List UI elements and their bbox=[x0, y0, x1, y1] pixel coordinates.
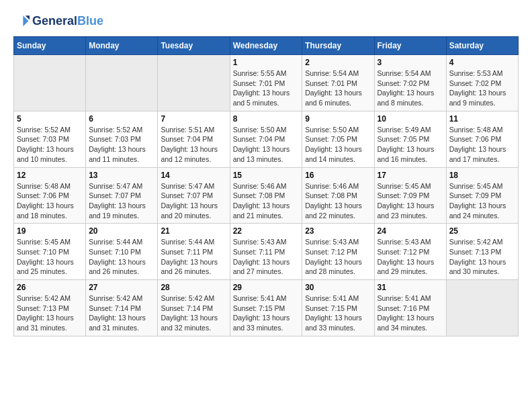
weekday-header: Tuesday bbox=[158, 37, 230, 55]
calendar-table: SundayMondayTuesdayWednesdayThursdayFrid… bbox=[13, 36, 519, 336]
day-number: 23 bbox=[305, 226, 371, 236]
day-number: 22 bbox=[233, 226, 300, 236]
day-number: 24 bbox=[378, 226, 443, 236]
day-info: Sunrise: 5:54 AM Sunset: 7:01 PM Dayligh… bbox=[305, 68, 371, 108]
day-number: 8 bbox=[233, 114, 300, 124]
day-number: 20 bbox=[89, 226, 154, 236]
calendar-cell: 10Sunrise: 5:49 AM Sunset: 7:05 PM Dayli… bbox=[374, 111, 446, 167]
calendar-cell bbox=[86, 55, 158, 111]
day-info: Sunrise: 5:42 AM Sunset: 7:14 PM Dayligh… bbox=[161, 293, 226, 333]
calendar-week: 1Sunrise: 5:55 AM Sunset: 7:01 PM Daylig… bbox=[14, 55, 519, 111]
day-number: 21 bbox=[161, 226, 226, 236]
calendar-cell: 22Sunrise: 5:43 AM Sunset: 7:11 PM Dayli… bbox=[230, 224, 302, 280]
calendar-cell: 12Sunrise: 5:48 AM Sunset: 7:06 PM Dayli… bbox=[14, 167, 86, 224]
day-info: Sunrise: 5:43 AM Sunset: 7:12 PM Dayligh… bbox=[378, 237, 443, 277]
day-info: Sunrise: 5:53 AM Sunset: 7:02 PM Dayligh… bbox=[449, 68, 515, 108]
calendar-cell: 14Sunrise: 5:47 AM Sunset: 7:07 PM Dayli… bbox=[158, 167, 230, 224]
weekday-header: Sunday bbox=[14, 37, 86, 55]
day-number: 16 bbox=[305, 171, 371, 180]
calendar-cell: 28Sunrise: 5:42 AM Sunset: 7:14 PM Dayli… bbox=[158, 280, 230, 336]
day-number: 10 bbox=[378, 114, 443, 124]
calendar-cell: 19Sunrise: 5:45 AM Sunset: 7:10 PM Dayli… bbox=[14, 224, 86, 280]
day-number: 3 bbox=[378, 58, 443, 67]
logo-text: GeneralBlue bbox=[32, 15, 103, 28]
day-number: 14 bbox=[161, 171, 226, 180]
day-number: 7 bbox=[161, 114, 226, 124]
day-number: 25 bbox=[449, 226, 515, 236]
day-info: Sunrise: 5:45 AM Sunset: 7:10 PM Dayligh… bbox=[17, 237, 83, 277]
day-number: 26 bbox=[17, 283, 83, 292]
day-number: 6 bbox=[89, 114, 154, 124]
logo: GeneralBlue bbox=[13, 13, 103, 30]
calendar-body: 1Sunrise: 5:55 AM Sunset: 7:01 PM Daylig… bbox=[14, 55, 519, 336]
day-number: 15 bbox=[233, 171, 300, 180]
calendar-cell bbox=[158, 55, 230, 111]
day-info: Sunrise: 5:42 AM Sunset: 7:13 PM Dayligh… bbox=[449, 237, 515, 277]
day-info: Sunrise: 5:51 AM Sunset: 7:04 PM Dayligh… bbox=[161, 125, 226, 165]
day-number: 11 bbox=[449, 114, 515, 124]
calendar-cell: 26Sunrise: 5:42 AM Sunset: 7:13 PM Dayli… bbox=[14, 280, 86, 336]
day-number: 29 bbox=[233, 283, 300, 292]
day-info: Sunrise: 5:45 AM Sunset: 7:09 PM Dayligh… bbox=[378, 181, 443, 221]
calendar-cell: 18Sunrise: 5:45 AM Sunset: 7:09 PM Dayli… bbox=[446, 167, 518, 224]
day-info: Sunrise: 5:43 AM Sunset: 7:11 PM Dayligh… bbox=[233, 237, 300, 277]
calendar-cell: 25Sunrise: 5:42 AM Sunset: 7:13 PM Dayli… bbox=[446, 224, 518, 280]
calendar-cell: 8Sunrise: 5:50 AM Sunset: 7:04 PM Daylig… bbox=[230, 111, 302, 167]
weekday-header: Saturday bbox=[446, 37, 518, 55]
day-info: Sunrise: 5:49 AM Sunset: 7:05 PM Dayligh… bbox=[378, 125, 443, 165]
day-info: Sunrise: 5:50 AM Sunset: 7:05 PM Dayligh… bbox=[305, 125, 371, 165]
day-number: 18 bbox=[449, 171, 515, 180]
day-info: Sunrise: 5:47 AM Sunset: 7:07 PM Dayligh… bbox=[161, 181, 226, 221]
day-info: Sunrise: 5:50 AM Sunset: 7:04 PM Dayligh… bbox=[233, 125, 300, 165]
day-number: 4 bbox=[449, 58, 515, 67]
day-number: 27 bbox=[89, 283, 154, 292]
calendar-cell: 16Sunrise: 5:46 AM Sunset: 7:08 PM Dayli… bbox=[302, 167, 374, 224]
calendar-cell: 13Sunrise: 5:47 AM Sunset: 7:07 PM Dayli… bbox=[86, 167, 158, 224]
day-info: Sunrise: 5:42 AM Sunset: 7:14 PM Dayligh… bbox=[89, 293, 154, 333]
day-info: Sunrise: 5:48 AM Sunset: 7:06 PM Dayligh… bbox=[17, 181, 83, 221]
day-number: 9 bbox=[305, 114, 371, 124]
day-info: Sunrise: 5:52 AM Sunset: 7:03 PM Dayligh… bbox=[89, 125, 154, 165]
day-number: 28 bbox=[161, 283, 226, 292]
weekday-header: Friday bbox=[374, 37, 446, 55]
calendar-cell: 31Sunrise: 5:41 AM Sunset: 7:16 PM Dayli… bbox=[374, 280, 446, 336]
calendar-cell: 20Sunrise: 5:44 AM Sunset: 7:10 PM Dayli… bbox=[86, 224, 158, 280]
day-info: Sunrise: 5:41 AM Sunset: 7:16 PM Dayligh… bbox=[378, 293, 443, 333]
calendar-cell bbox=[14, 55, 86, 111]
calendar-week: 19Sunrise: 5:45 AM Sunset: 7:10 PM Dayli… bbox=[14, 224, 519, 280]
calendar-header: SundayMondayTuesdayWednesdayThursdayFrid… bbox=[14, 37, 519, 55]
day-info: Sunrise: 5:42 AM Sunset: 7:13 PM Dayligh… bbox=[17, 293, 83, 333]
day-info: Sunrise: 5:48 AM Sunset: 7:06 PM Dayligh… bbox=[449, 125, 515, 165]
day-info: Sunrise: 5:46 AM Sunset: 7:08 PM Dayligh… bbox=[305, 181, 371, 221]
day-number: 17 bbox=[378, 171, 443, 180]
day-info: Sunrise: 5:44 AM Sunset: 7:10 PM Dayligh… bbox=[89, 237, 154, 277]
weekday-header: Thursday bbox=[302, 37, 374, 55]
day-number: 30 bbox=[305, 283, 371, 292]
weekday-header: Monday bbox=[86, 37, 158, 55]
day-info: Sunrise: 5:46 AM Sunset: 7:08 PM Dayligh… bbox=[233, 181, 300, 221]
calendar-cell: 30Sunrise: 5:41 AM Sunset: 7:15 PM Dayli… bbox=[302, 280, 374, 336]
day-number: 5 bbox=[17, 114, 83, 124]
calendar-week: 5Sunrise: 5:52 AM Sunset: 7:03 PM Daylig… bbox=[14, 111, 519, 167]
calendar-cell: 15Sunrise: 5:46 AM Sunset: 7:08 PM Dayli… bbox=[230, 167, 302, 224]
day-info: Sunrise: 5:45 AM Sunset: 7:09 PM Dayligh… bbox=[449, 181, 515, 221]
calendar-cell: 17Sunrise: 5:45 AM Sunset: 7:09 PM Dayli… bbox=[374, 167, 446, 224]
day-info: Sunrise: 5:47 AM Sunset: 7:07 PM Dayligh… bbox=[89, 181, 154, 221]
calendar-cell: 5Sunrise: 5:52 AM Sunset: 7:03 PM Daylig… bbox=[14, 111, 86, 167]
calendar-cell: 11Sunrise: 5:48 AM Sunset: 7:06 PM Dayli… bbox=[446, 111, 518, 167]
calendar-cell: 2Sunrise: 5:54 AM Sunset: 7:01 PM Daylig… bbox=[302, 55, 374, 111]
calendar-cell: 4Sunrise: 5:53 AM Sunset: 7:02 PM Daylig… bbox=[446, 55, 518, 111]
day-number: 1 bbox=[233, 58, 300, 67]
calendar-cell: 7Sunrise: 5:51 AM Sunset: 7:04 PM Daylig… bbox=[158, 111, 230, 167]
calendar-cell: 27Sunrise: 5:42 AM Sunset: 7:14 PM Dayli… bbox=[86, 280, 158, 336]
calendar-cell: 6Sunrise: 5:52 AM Sunset: 7:03 PM Daylig… bbox=[86, 111, 158, 167]
day-info: Sunrise: 5:54 AM Sunset: 7:02 PM Dayligh… bbox=[378, 68, 443, 108]
calendar-week: 12Sunrise: 5:48 AM Sunset: 7:06 PM Dayli… bbox=[14, 167, 519, 224]
day-number: 13 bbox=[89, 171, 154, 180]
calendar-cell: 3Sunrise: 5:54 AM Sunset: 7:02 PM Daylig… bbox=[374, 55, 446, 111]
day-info: Sunrise: 5:41 AM Sunset: 7:15 PM Dayligh… bbox=[233, 293, 300, 333]
page-header: GeneralBlue bbox=[13, 13, 519, 30]
day-info: Sunrise: 5:41 AM Sunset: 7:15 PM Dayligh… bbox=[305, 293, 371, 333]
weekday-header: Wednesday bbox=[230, 37, 302, 55]
calendar-cell bbox=[446, 280, 518, 336]
